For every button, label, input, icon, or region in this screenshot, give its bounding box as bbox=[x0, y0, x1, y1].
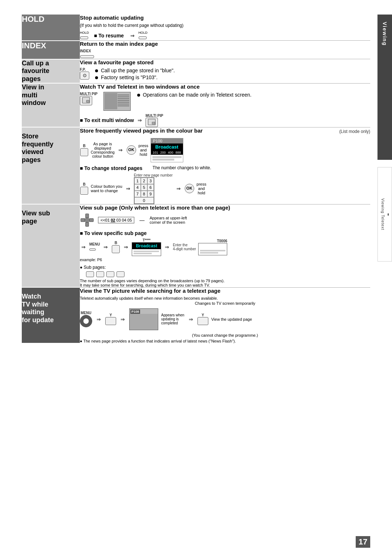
p108-label: P108 bbox=[130, 309, 140, 314]
enter-4digit-group: Enter the 4-digit number bbox=[173, 243, 196, 251]
multipip-icon2 bbox=[148, 119, 156, 125]
left-col-index: INDEX bbox=[22, 41, 80, 59]
num-7[interactable]: 7 bbox=[134, 191, 141, 197]
arrow-change: ⇒ bbox=[126, 186, 130, 191]
index-btn[interactable] bbox=[80, 55, 94, 58]
fp-bullet1: Call up the page stored in "blue". bbox=[95, 68, 175, 73]
multiwindow-title: Watch TV and Teletext in two windows at … bbox=[80, 84, 370, 90]
tv-person bbox=[130, 314, 158, 330]
fp-bullet2: Factory setting is "P103". bbox=[95, 74, 175, 80]
hold-controls: HOLD ■ To resume ⇒ HOLD bbox=[80, 31, 370, 40]
view-updated: View the updated page bbox=[211, 317, 252, 321]
content-hold: Stop automatic updating (If you wish to … bbox=[80, 15, 370, 41]
watch-title: View the TV picture while searching for … bbox=[80, 288, 370, 294]
appears-at-label: Appears at upper-left corner of the scre… bbox=[150, 216, 187, 224]
sp-box3 bbox=[106, 271, 114, 277]
dpad-control[interactable] bbox=[81, 214, 94, 227]
multiwindow-img bbox=[103, 92, 131, 111]
number-changes-label: The number changes to white. bbox=[152, 165, 211, 170]
b-btn-change: B bbox=[80, 182, 89, 195]
arrow-sp2: ⇒ bbox=[103, 244, 108, 250]
tstar-group: T**** Broadcast bbox=[132, 238, 161, 256]
num-0[interactable]: 0 bbox=[134, 197, 154, 204]
sub-note1: The number of sub pages varies depending… bbox=[80, 279, 370, 283]
hold-btn-label2: HOLD bbox=[138, 31, 147, 35]
side-tab-viewing-teletext: Viewing Teletext bbox=[377, 167, 392, 262]
teletext-display: P100 Broadcast 101 200 400 888 bbox=[151, 138, 183, 162]
watch-menu-btn[interactable]: ⬤ bbox=[80, 315, 92, 327]
store-header: Store frequently viewed pages in the col… bbox=[80, 127, 370, 136]
content-favourite: View a favourite page stored F.P. ⊙ Call… bbox=[80, 59, 370, 84]
multipip-btn[interactable] bbox=[80, 96, 92, 105]
multipip-exit-group: MULTI PIP bbox=[146, 114, 163, 127]
tstar-label: T**** bbox=[132, 238, 161, 242]
to-resume-label: ■ To resume bbox=[94, 33, 124, 39]
multiwindow-controls: MULTI PIP bbox=[80, 92, 370, 111]
appears-when-label: Appears when bbox=[161, 313, 184, 317]
sp-box1 bbox=[86, 271, 94, 277]
dpad-right[interactable] bbox=[89, 218, 94, 222]
tele-t0006-display bbox=[198, 243, 227, 255]
arrow-sp3: ⇒ bbox=[124, 244, 128, 250]
y-label: Y bbox=[105, 313, 116, 317]
tv-update-image: P108 bbox=[129, 308, 158, 330]
as-page-group: As page is displayed Corresponding colou… bbox=[91, 142, 115, 158]
num-3[interactable]: 3 bbox=[147, 178, 154, 184]
fp-icon[interactable]: ⊙ bbox=[80, 72, 89, 80]
b-btn2[interactable] bbox=[80, 187, 88, 195]
multipip-icon bbox=[82, 97, 90, 104]
multipip-label2: MULTI PIP bbox=[146, 114, 163, 118]
hold-btn2[interactable] bbox=[139, 36, 147, 39]
change-stored-section: ■ To change stored pages The number chan… bbox=[80, 165, 370, 204]
num-9[interactable]: 9 bbox=[147, 191, 154, 197]
dpad-down[interactable] bbox=[85, 222, 89, 227]
enter-the-label: Enter the bbox=[173, 243, 196, 247]
watch-diagram: MENU ⬤ ⇒ Y ⇒ P108 bbox=[80, 308, 370, 330]
tv-image bbox=[103, 92, 131, 111]
tv-pic bbox=[105, 93, 117, 109]
bullet-icon2 bbox=[95, 76, 98, 79]
t0006-label: T0006 bbox=[198, 239, 227, 243]
multipip-btn2[interactable] bbox=[146, 118, 158, 127]
arrow-sp4: ⇒ bbox=[165, 244, 169, 250]
sp-box2 bbox=[96, 271, 104, 277]
teletext-lines bbox=[151, 155, 183, 162]
teletext-numbers: 101 200 400 888 bbox=[151, 150, 183, 155]
number-grid: 1 2 3 4 5 6 7 bbox=[134, 177, 154, 204]
tele-subpage-display: Broadcast bbox=[132, 242, 161, 256]
b-sp-btn[interactable] bbox=[112, 245, 120, 253]
hold-btn[interactable] bbox=[80, 36, 88, 39]
list-mode-label: (List mode only) bbox=[339, 129, 370, 134]
content-index: Return to the main index page INDEX bbox=[80, 41, 370, 59]
hold-subtitle: (If you wish to hold the current page wi… bbox=[80, 23, 370, 28]
ok-btn[interactable]: OK bbox=[127, 145, 136, 155]
num-6[interactable]: 6 bbox=[147, 184, 154, 191]
page-number: 17 bbox=[356, 536, 370, 548]
num-1[interactable]: 1 bbox=[134, 178, 141, 184]
content-multiwindow: Watch TV and Teletext in two windows at … bbox=[80, 83, 370, 127]
exit-label: ■ To exit multi window bbox=[80, 117, 134, 123]
y-btn[interactable] bbox=[105, 317, 116, 325]
content-watch: View the TV picture while searching for … bbox=[80, 287, 370, 343]
num-2[interactable]: 2 bbox=[141, 178, 147, 184]
ok-btn2[interactable]: OK bbox=[185, 184, 194, 193]
b-sp-group: B bbox=[111, 241, 120, 254]
b-btn[interactable] bbox=[80, 148, 88, 156]
num-4[interactable]: 4 bbox=[134, 184, 141, 191]
b-label2: B bbox=[80, 182, 89, 186]
num-8[interactable]: 8 bbox=[141, 191, 147, 197]
menu-label: MENU bbox=[89, 242, 100, 246]
change-controls: B Colour button you want to change ⇒ Ent… bbox=[80, 173, 370, 204]
multipip-label: MULTI PIP bbox=[80, 92, 98, 96]
left-col-subpage: View sub page bbox=[22, 204, 80, 287]
num-5[interactable]: 5 bbox=[141, 184, 147, 191]
section-multiwindow: View in multi window Watch TV and Telete… bbox=[22, 83, 370, 127]
menu-btn[interactable] bbox=[89, 248, 96, 251]
svg-rect-1 bbox=[86, 100, 89, 102]
sp-box4 bbox=[117, 271, 124, 277]
arrow-w2: ⇒ bbox=[121, 316, 125, 322]
arrow-icon: ⇒ bbox=[130, 33, 135, 39]
teletext-box: P100 Broadcast 101 200 400 888 bbox=[151, 138, 183, 162]
section-watch: Watch TV while waiting for update View t… bbox=[22, 287, 370, 343]
y-btn2[interactable] bbox=[197, 317, 208, 325]
